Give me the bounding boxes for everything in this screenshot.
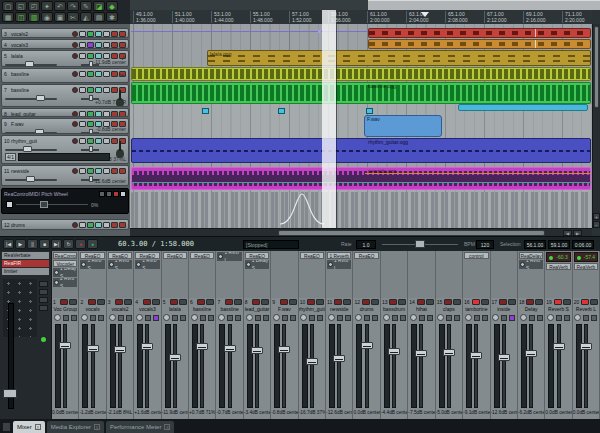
envelope-button[interactable]	[95, 42, 102, 48]
fx-button[interactable]	[87, 138, 94, 144]
io-button[interactable]	[200, 315, 206, 321]
monitor-button[interactable]	[79, 87, 86, 93]
go-to-start-button[interactable]: |◀	[3, 239, 14, 249]
fader-thumb[interactable]	[141, 343, 153, 350]
track-panel-bassline[interactable]: 7bassline+0.7dB 71%R	[1, 84, 129, 107]
io-button[interactable]	[172, 315, 178, 321]
send-knob[interactable]	[81, 262, 86, 267]
razor-edit-icon[interactable]: ✂	[67, 12, 79, 22]
fader-track[interactable]	[255, 324, 259, 408]
fader-track[interactable]	[474, 324, 478, 408]
item-marker[interactable]	[278, 108, 285, 114]
io-button[interactable]	[419, 315, 425, 321]
io-button[interactable]	[118, 315, 124, 321]
fx-slot[interactable]: 1 Reverb L	[327, 252, 351, 259]
envelope-mode-icon[interactable]: ◆	[106, 1, 118, 11]
solo-button[interactable]	[316, 299, 324, 305]
fx-enable-button[interactable]	[263, 315, 269, 321]
solo-button[interactable]	[289, 299, 297, 305]
solo-button[interactable]	[119, 222, 126, 228]
solo-button[interactable]	[234, 299, 242, 305]
fx-slot[interactable]: ReaEQ	[354, 252, 378, 259]
fx-enable-button[interactable]	[345, 315, 351, 321]
record-arm-button[interactable]	[72, 121, 78, 127]
track-panel-F.wav[interactable]: 9F.wav-0.8dB center	[1, 118, 129, 134]
tab-mixer[interactable]: Mixerx	[13, 421, 45, 433]
fader-thumb[interactable]	[196, 343, 208, 350]
fader-track[interactable]	[228, 324, 232, 408]
mute-button[interactable]	[111, 111, 118, 117]
fader-track[interactable]	[200, 324, 204, 408]
fader-thumb[interactable]	[87, 345, 99, 352]
mute-button[interactable]	[111, 168, 118, 174]
record-arm-button[interactable]	[72, 87, 78, 93]
volume-slider-thumb[interactable]	[35, 129, 44, 134]
pan-knob[interactable]	[574, 314, 581, 321]
master-io-button[interactable]	[39, 305, 48, 311]
phase-button[interactable]	[103, 42, 110, 48]
go-to-end-button[interactable]: ▶|	[51, 239, 62, 249]
zoom-out-button[interactable]: −	[593, 221, 600, 228]
monitor-button[interactable]	[79, 111, 86, 117]
record-arm-button[interactable]	[72, 31, 78, 37]
fader-thumb[interactable]	[470, 352, 482, 359]
pan-knob[interactable]	[54, 314, 61, 321]
io-button[interactable]	[501, 315, 507, 321]
fx-enable-button[interactable]	[400, 315, 406, 321]
envelope-slider-thumb[interactable]	[40, 201, 48, 208]
envelope-menu-button[interactable]	[99, 191, 105, 197]
solo-button[interactable]	[119, 111, 126, 117]
mute-button[interactable]	[115, 299, 123, 305]
mute-button[interactable]	[526, 299, 534, 305]
fader-track[interactable]	[392, 324, 396, 408]
envelope-line-orange[interactable]	[365, 173, 591, 174]
fader-thumb[interactable]	[443, 349, 455, 356]
solo-button[interactable]	[563, 299, 571, 305]
volume-slider-thumb[interactable]	[36, 95, 45, 101]
master-fader-thumb[interactable]	[3, 389, 17, 398]
master-env-button[interactable]	[39, 297, 48, 303]
track-panel-bassline[interactable]: 6bassline✂	[1, 68, 129, 83]
mute-button[interactable]	[252, 299, 260, 305]
pan-knob[interactable]	[273, 314, 280, 321]
fx-slot[interactable]: ReaVerb	[574, 263, 598, 270]
solo-button[interactable]	[119, 42, 126, 48]
phase-button[interactable]	[103, 222, 110, 228]
send-slot[interactable]: 1 Rvrb S	[135, 260, 159, 269]
v-scrollbar-thumb[interactable]	[594, 26, 599, 108]
envelope-line-teal[interactable]	[131, 182, 591, 183]
phase-button[interactable]	[103, 138, 110, 144]
lock-icon[interactable]: ▣	[54, 12, 66, 22]
mute-button[interactable]	[499, 299, 507, 305]
fader-track[interactable]	[91, 324, 95, 408]
fader-track[interactable]	[337, 324, 341, 408]
envelope-button[interactable]	[95, 53, 102, 59]
mute-button[interactable]	[170, 299, 178, 305]
grid-icon[interactable]: ▦	[2, 12, 14, 22]
solo-button[interactable]	[343, 299, 351, 305]
fader-track[interactable]	[282, 324, 286, 408]
solo-button[interactable]	[398, 299, 406, 305]
monitor-button[interactable]	[79, 53, 86, 59]
fader-thumb[interactable]	[553, 343, 565, 350]
solo-button[interactable]	[119, 31, 126, 37]
mute-button[interactable]	[280, 299, 288, 305]
envelope-value-slider[interactable]	[16, 201, 88, 208]
solo-button[interactable]	[179, 299, 187, 305]
mute-button[interactable]	[417, 299, 425, 305]
fx-enable-button[interactable]	[591, 315, 597, 321]
fader-track[interactable]	[447, 324, 451, 408]
project-settings-icon[interactable]: ✦	[41, 1, 53, 11]
master-fx-ReaVerbate[interactable]: ReaVerbate	[2, 252, 49, 259]
envelope-button[interactable]	[95, 111, 102, 117]
mute-button[interactable]	[111, 42, 118, 48]
fx-enable-button[interactable]	[71, 315, 77, 321]
record-arm-button[interactable]	[72, 138, 78, 144]
track-panel-lead_guitar[interactable]: 8lead_guitar	[1, 108, 129, 117]
pan-knob[interactable]	[492, 314, 499, 321]
fader-thumb[interactable]	[580, 343, 592, 350]
fx-enable-button[interactable]	[482, 315, 488, 321]
phase-button[interactable]	[103, 87, 110, 93]
track-panel-drums[interactable]: 12drums	[1, 219, 129, 230]
fader-track[interactable]	[557, 324, 561, 408]
